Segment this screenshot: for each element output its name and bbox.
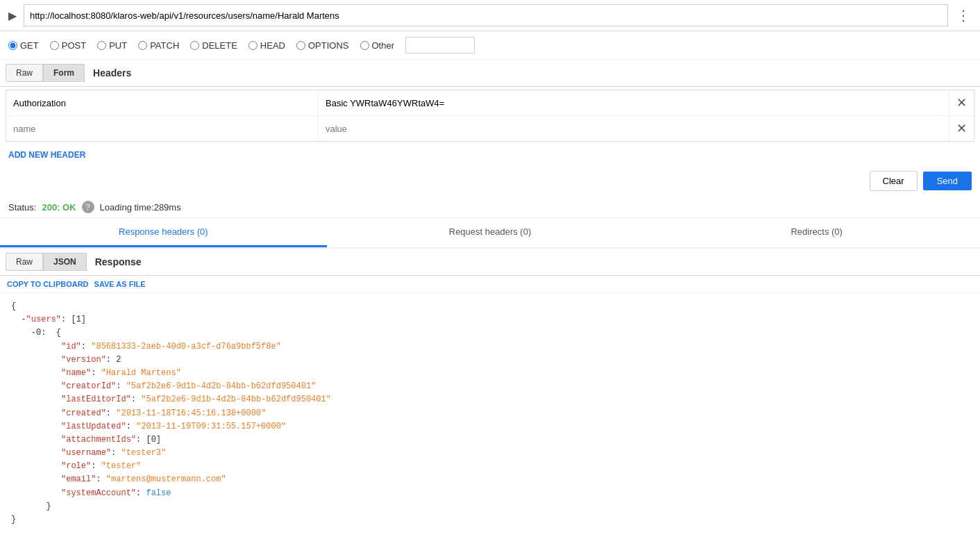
add-header-link[interactable]: ADD NEW HEADER — [0, 144, 94, 165]
header-value-2[interactable] — [319, 116, 949, 141]
body-tabs-row: Raw Form Headers — [0, 60, 980, 87]
clipboard-row: COPY TO CLIPBOARD SAVE AS FILE — [0, 276, 980, 293]
status-row: Status: 200: OK ? Loading time:289ms — [0, 197, 980, 218]
response-section-label: Response — [95, 256, 142, 267]
url-bar: ▶ ⋮ — [0, 0, 980, 31]
save-as-file-button[interactable]: SAVE AS FILE — [94, 280, 146, 288]
method-put[interactable]: PUT — [97, 40, 127, 51]
response-tabs: Response headers (0) Request headers (0)… — [0, 218, 980, 249]
header-name-1[interactable] — [6, 90, 319, 115]
header-row-1: ✕ — [6, 90, 974, 116]
tab-redirects[interactable]: Redirects (0) — [653, 218, 980, 247]
method-other[interactable]: Other — [360, 40, 395, 51]
help-icon[interactable]: ? — [82, 201, 94, 213]
headers-section-label: Headers — [93, 67, 131, 78]
status-label: Status: — [8, 202, 36, 213]
action-row: Clear Send — [0, 165, 980, 197]
tab-form[interactable]: Form — [43, 64, 85, 82]
response-body-tabs-row: Raw JSON Response — [0, 249, 980, 276]
other-method-input[interactable] — [405, 37, 475, 53]
menu-icon[interactable]: ⋮ — [952, 6, 974, 25]
header-name-2[interactable] — [6, 116, 319, 141]
json-response-body: { -"users": [1] -0: { "id": "85681333-2a… — [0, 293, 980, 533]
header-delete-1[interactable]: ✕ — [949, 94, 974, 112]
tab-raw-response[interactable]: Raw — [6, 253, 43, 271]
header-delete-2[interactable]: ✕ — [949, 119, 974, 138]
headers-section: ✕ ✕ — [6, 90, 974, 142]
status-code: 200: OK — [42, 202, 76, 213]
tab-response-headers[interactable]: Response headers (0) — [0, 218, 327, 247]
send-button[interactable]: Send — [923, 172, 972, 190]
tab-raw[interactable]: Raw — [6, 64, 43, 82]
method-head[interactable]: HEAD — [248, 40, 285, 51]
method-get[interactable]: GET — [8, 40, 39, 51]
method-post[interactable]: POST — [50, 40, 86, 51]
tab-json-response[interactable]: JSON — [43, 253, 87, 271]
url-input[interactable] — [24, 4, 948, 26]
method-delete[interactable]: DELETE — [190, 40, 237, 51]
loading-time: Loading time:289ms — [100, 202, 181, 213]
header-value-1[interactable] — [319, 90, 949, 115]
header-row-2: ✕ — [6, 116, 974, 141]
expand-icon[interactable]: ▶ — [6, 8, 19, 24]
method-patch[interactable]: PATCH — [138, 40, 179, 51]
tab-request-headers[interactable]: Request headers (0) — [327, 218, 654, 247]
clear-button[interactable]: Clear — [870, 171, 918, 191]
method-row: GET POST PUT PATCH DELETE HEAD OPTIONS O… — [0, 31, 980, 60]
method-options[interactable]: OPTIONS — [296, 40, 349, 51]
copy-to-clipboard-button[interactable]: COPY TO CLIPBOARD — [7, 280, 89, 288]
